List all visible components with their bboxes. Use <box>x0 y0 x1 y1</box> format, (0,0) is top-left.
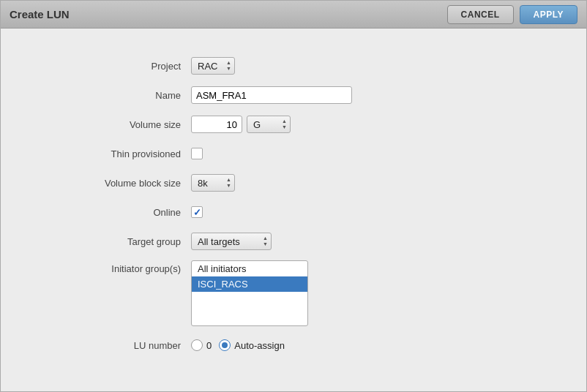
online-label: Online <box>45 207 191 218</box>
lu-number-auto-radio[interactable] <box>219 339 231 351</box>
lu-number-label: LU number <box>45 340 191 351</box>
volume-size-input[interactable] <box>191 116 242 133</box>
create-lun-window: Create LUN CANCEL APPLY Project RAC ▲ ▼ … <box>0 0 587 392</box>
lu-number-manual-value: 0 <box>206 340 212 351</box>
up-arrow-icon: ▲ <box>263 235 268 241</box>
list-item[interactable]: ISCI_RACS <box>192 276 307 292</box>
target-group-control: All targets ▲ ▼ <box>191 233 542 250</box>
initiator-groups-row: Initiator group(s) All initiators ISCI_R… <box>45 260 542 326</box>
volume-size-control: G ▲ ▼ <box>191 116 542 133</box>
window-title: Create LUN <box>10 8 70 20</box>
volume-size-unit-value: G <box>253 119 279 130</box>
project-arrows: ▲ ▼ <box>226 60 231 71</box>
thin-provisioned-label: Thin provisioned <box>45 148 191 159</box>
form-content: Project RAC ▲ ▼ Name Volume size <box>1 29 586 391</box>
up-arrow-icon: ▲ <box>282 118 287 124</box>
volume-size-label: Volume size <box>45 119 191 130</box>
lu-number-auto-value: Auto-assign <box>234 340 285 351</box>
target-group-row: Target group All targets ▲ ▼ <box>45 231 542 252</box>
project-control: RAC ▲ ▼ <box>191 57 542 75</box>
target-group-select[interactable]: All targets ▲ ▼ <box>191 233 272 250</box>
thin-provisioned-row: Thin provisioned <box>45 143 542 164</box>
online-control <box>191 206 542 218</box>
initiator-groups-control: All initiators ISCI_RACS <box>191 260 542 326</box>
name-row: Name <box>45 85 542 105</box>
thin-provisioned-checkbox[interactable] <box>191 148 203 159</box>
up-arrow-icon: ▲ <box>226 177 231 183</box>
volume-block-size-row: Volume block size 8k ▲ ▼ <box>45 173 542 193</box>
titlebar-buttons: CANCEL APPLY <box>447 5 577 24</box>
project-value: RAC <box>198 61 223 72</box>
volume-block-size-select[interactable]: 8k ▲ ▼ <box>191 174 235 192</box>
project-select[interactable]: RAC ▲ ▼ <box>191 57 235 75</box>
down-arrow-icon: ▼ <box>226 183 231 189</box>
name-label: Name <box>45 90 191 101</box>
initiator-groups-listbox[interactable]: All initiators ISCI_RACS <box>191 260 308 326</box>
target-group-label: Target group <box>45 236 191 247</box>
apply-button[interactable]: APPLY <box>520 5 577 24</box>
volume-block-size-control: 8k ▲ ▼ <box>191 174 542 192</box>
initiator-groups-label: Initiator group(s) <box>45 260 191 274</box>
thin-provisioned-control <box>191 148 542 159</box>
project-label: Project <box>45 61 191 72</box>
down-arrow-icon: ▼ <box>263 241 268 247</box>
lu-number-manual-radio[interactable] <box>191 339 203 351</box>
list-item[interactable] <box>192 292 307 307</box>
cancel-button[interactable]: CANCEL <box>447 5 514 24</box>
titlebar: Create LUN CANCEL APPLY <box>1 1 586 29</box>
volume-block-size-label: Volume block size <box>45 178 191 189</box>
lu-number-control: 0 Auto-assign <box>191 339 542 351</box>
volume-block-size-value: 8k <box>198 178 223 189</box>
volume-size-row: Volume size G ▲ ▼ <box>45 114 542 135</box>
name-input[interactable] <box>191 86 352 104</box>
list-item[interactable]: All initiators <box>192 261 307 276</box>
online-row: Online <box>45 202 542 222</box>
target-group-value: All targets <box>198 236 260 247</box>
block-size-arrows: ▲ ▼ <box>226 177 231 188</box>
online-checkbox[interactable] <box>191 206 203 218</box>
lu-number-manual-label[interactable]: 0 <box>191 339 212 351</box>
up-arrow-icon: ▲ <box>226 60 231 66</box>
down-arrow-icon: ▼ <box>282 124 287 130</box>
volume-size-unit-select[interactable]: G ▲ ▼ <box>247 116 291 133</box>
lu-number-auto-label[interactable]: Auto-assign <box>219 339 285 351</box>
down-arrow-icon: ▼ <box>226 66 231 72</box>
unit-arrows: ▲ ▼ <box>282 118 287 129</box>
name-control <box>191 86 542 104</box>
target-group-arrows: ▲ ▼ <box>263 235 268 246</box>
project-row: Project RAC ▲ ▼ <box>45 56 542 76</box>
lu-number-row: LU number 0 Auto-assign <box>45 335 542 355</box>
